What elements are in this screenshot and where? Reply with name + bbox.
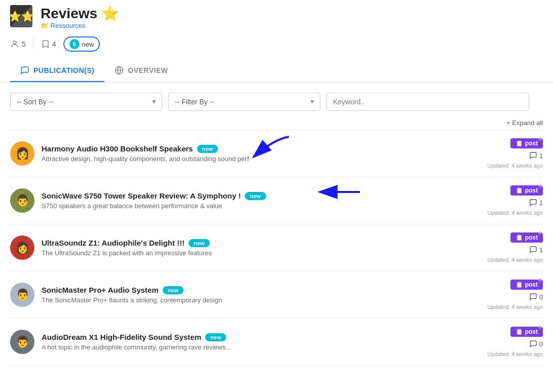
post-excerpt: A hot topic in the audiophile community,… — [42, 343, 305, 351]
keyword-input[interactable] — [326, 93, 529, 111]
avatar: 👩 — [10, 236, 34, 260]
new-tag: new — [245, 192, 266, 200]
post-title[interactable]: SonicMaster Pro+ Audio System — [42, 286, 159, 294]
list-item: 👩Harmony Audio H300 Bookshelf Speakersne… — [10, 130, 543, 177]
new-tag: new — [205, 333, 226, 341]
title-emoji: ⭐ — [101, 5, 119, 22]
comment-icon — [529, 340, 537, 348]
post-content: SonicMaster Pro+ Audio SystemnewThe Soni… — [42, 286, 475, 304]
post-add-button[interactable]: + — [537, 228, 543, 239]
globe-icon — [115, 66, 124, 75]
filter-dropdown-wrapper: -- Filter By -- ▼ — [168, 93, 320, 111]
post-add-button[interactable]: + — [537, 134, 543, 145]
expand-all-button[interactable]: + Expand all — [0, 116, 553, 130]
svg-point-0 — [13, 41, 16, 44]
avatar: 👨 — [10, 330, 34, 354]
post-title[interactable]: AudioDream X1 High-Fidelity Sound System — [42, 333, 201, 341]
updated-time: Updated: 4 weeks ago — [488, 304, 543, 310]
post-meta: 📋 post 1Updated: 4 weeks ago — [482, 232, 543, 263]
avatar: 👩 — [10, 141, 34, 166]
page-logo: ⭐⭐ — [10, 5, 32, 27]
new-notifications-badge[interactable]: 5 new — [63, 36, 100, 52]
list-item: 👨SonicMaster Pro+ Audio SystemnewThe Son… — [10, 271, 543, 318]
post-excerpt: S750 speakers a great balance between pe… — [42, 202, 305, 210]
post-excerpt: The UltraSoundz Z1 is packed with an imp… — [42, 249, 305, 257]
list-item: 👩UltraSoundz Z1: Audiophile's Delight !!… — [10, 224, 543, 271]
chat-icon — [20, 66, 29, 75]
post-content: AudioDream X1 High-Fidelity Sound System… — [42, 333, 475, 351]
comment-count: 0 — [529, 340, 543, 348]
post-title[interactable]: SonicWave S750 Tower Speaker Review: A S… — [42, 191, 241, 200]
post-title[interactable]: UltraSoundz Z1: Audiophile's Delight !!! — [42, 239, 185, 247]
resources-link[interactable]: 📁 Ressources — [41, 22, 543, 29]
updated-time: Updated: 4 weeks ago — [488, 210, 543, 216]
sort-dropdown-wrapper: -- Sort By -- ▼ — [10, 93, 162, 111]
comment-count: 1 — [529, 151, 543, 160]
header-info: Reviews ⭐ 📁 Ressources — [41, 5, 543, 29]
new-tag: new — [189, 239, 209, 247]
avatar: 👨 — [10, 283, 34, 307]
post-content: Harmony Audio H300 Bookshelf Speakersnew… — [42, 144, 475, 163]
tab-publications[interactable]: PUBLICATION(S) — [10, 60, 104, 82]
posts-list: 👩Harmony Audio H300 Bookshelf Speakersne… — [0, 130, 553, 366]
filter-select[interactable]: -- Filter By -- — [168, 93, 320, 111]
sort-select[interactable]: -- Sort By -- — [10, 93, 162, 111]
title-text: Reviews — [41, 6, 97, 22]
comment-count: 0 — [529, 293, 543, 301]
updated-time: Updated: 4 weeks ago — [488, 257, 543, 263]
post-content: UltraSoundz Z1: Audiophile's Delight !!!… — [42, 239, 475, 257]
new-tag: new — [163, 286, 183, 294]
followers-stat: 5 — [10, 40, 26, 49]
post-title[interactable]: Harmony Audio H300 Bookshelf Speakers — [42, 144, 193, 153]
comment-count: 1 — [529, 246, 543, 254]
tab-overview[interactable]: OVERVIEW — [104, 60, 178, 82]
post-add-button[interactable]: + — [537, 181, 543, 192]
comment-icon — [529, 199, 537, 207]
avatar: 👨 — [10, 188, 34, 213]
post-content: SonicWave S750 Tower Speaker Review: A S… — [42, 191, 475, 210]
post-meta: 📋 post 1Updated: 4 weeks ago — [482, 185, 543, 216]
bookmarks-stat: 4 — [41, 40, 56, 49]
post-add-button[interactable]: + — [537, 323, 543, 333]
controls-bar: -- Sort By -- ▼ -- Filter By -- ▼ — [0, 83, 553, 116]
post-excerpt: Attractive design, high-quality componen… — [42, 155, 305, 163]
post-excerpt: The SonicMaster Pro+ flaunts a striking,… — [42, 296, 305, 304]
post-meta: 📋 post 1Updated: 4 weeks ago — [482, 138, 543, 169]
comment-icon — [529, 246, 537, 254]
tabs-bar: PUBLICATION(S) OVERVIEW — [0, 60, 553, 83]
comment-icon — [529, 293, 537, 301]
updated-time: Updated: 4 weeks ago — [488, 163, 543, 169]
post-meta: 📋 post 0Updated: 4 weeks ago — [482, 327, 543, 357]
page-header: ⭐⭐ Reviews ⭐ 📁 Ressources — [0, 0, 553, 29]
divider — [33, 39, 33, 49]
updated-time: Updated: 4 weeks ago — [488, 351, 543, 357]
list-item: 👨AudioDream X1 High-Fidelity Sound Syste… — [10, 318, 543, 366]
list-item: 👨SonicWave S750 Tower Speaker Review: A … — [10, 177, 543, 224]
comment-icon — [529, 151, 537, 160]
comment-count: 1 — [529, 199, 543, 207]
new-tag: new — [197, 145, 218, 153]
post-meta: 📋 post 0Updated: 4 weeks ago — [482, 280, 543, 310]
page-title: Reviews ⭐ — [41, 5, 543, 22]
post-add-button[interactable]: + — [537, 276, 543, 286]
